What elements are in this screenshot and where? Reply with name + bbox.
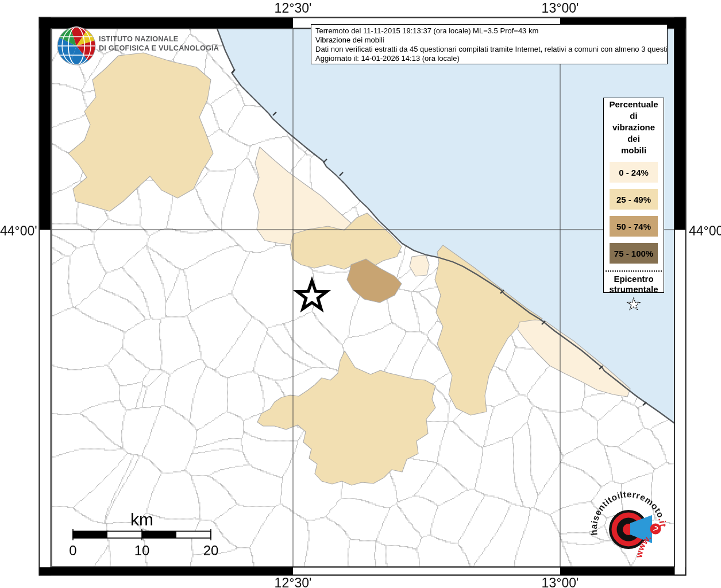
scale-tick-20: 20: [194, 543, 228, 559]
axis-label-bottom-1300: 13°00': [529, 575, 592, 588]
legend-title-line: di: [604, 110, 664, 121]
earthquake-info-box: Terremoto del 11-11-2015 19:13:37 (ora l…: [311, 24, 668, 64]
ingv-map-page: ? haisentitoilterremoto.it www. 12°30' 1…: [0, 0, 721, 588]
legend-epicenter-label: Epicentro: [604, 274, 664, 284]
shaded-municipality: [347, 259, 402, 303]
legend-epicenter-label: strumentale: [604, 284, 664, 295]
scale-tick-10: 10: [125, 543, 159, 559]
legend-class-swatch: 75 - 100%: [610, 243, 658, 264]
legend-class-label: 75 - 100%: [614, 249, 653, 258]
axis-label-bottom-1230: 12°30': [261, 575, 325, 588]
info-line-updated: Aggiornato il: 14-01-2026 14:13 (ora loc…: [315, 54, 663, 63]
legend-title-line: vibrazione: [604, 122, 664, 133]
legend-class-swatch: 25 - 49%: [610, 189, 658, 210]
legend-title-line: Percentuale: [604, 99, 664, 110]
haisentitoilterremoto-watermark-icon: ? haisentitoilterremoto.it www.: [589, 489, 668, 559]
legend-box: Percentuale di vibrazione dei mobili 0 -…: [603, 98, 664, 293]
axis-label-left-4400: 44°00': [0, 223, 37, 239]
legend-class-label: 50 - 74%: [616, 222, 651, 231]
ingv-logo: ISTITUTO NAZIONALE DI GEOFISICA E VULCAN…: [99, 34, 219, 53]
info-line-event: Terremoto del 11-11-2015 19:13:37 (ora l…: [315, 26, 663, 36]
legend-divider: [606, 270, 662, 272]
epicenter-star-icon: [297, 281, 326, 309]
info-line-source: Dati non verificati estratti da 45 quest…: [315, 45, 663, 54]
scale-tick-0: 0: [56, 543, 90, 559]
legend-class-swatch: 0 - 24%: [610, 162, 658, 183]
axis-label-right-4400: 44°00': [689, 223, 721, 239]
ingv-name-line1: ISTITUTO NAZIONALE: [99, 34, 219, 44]
info-line-subject: Vibrazione dei mobili: [315, 36, 663, 45]
legend-class-label: 25 - 49%: [616, 195, 651, 204]
shaded-municipality: [68, 53, 213, 211]
scale-unit-label: km: [130, 510, 153, 529]
legend-class-label: 0 - 24%: [619, 168, 649, 177]
shaded-municipality: [410, 255, 429, 276]
axis-label-top-1300: 13°00': [529, 1, 592, 16]
axis-label-top-1230: 12°30': [261, 1, 325, 16]
legend-class-swatch: 50 - 74%: [610, 216, 658, 237]
shaded-municipality: [257, 351, 435, 485]
legend-title-line: mobili: [604, 145, 664, 156]
ingv-name-line2: DI GEOFISICA E VULCANOLOGIA: [99, 44, 219, 53]
legend-epicenter-star-icon: [622, 296, 645, 315]
legend-title-line: dei: [604, 133, 664, 144]
ingv-globe-icon: [57, 27, 95, 65]
